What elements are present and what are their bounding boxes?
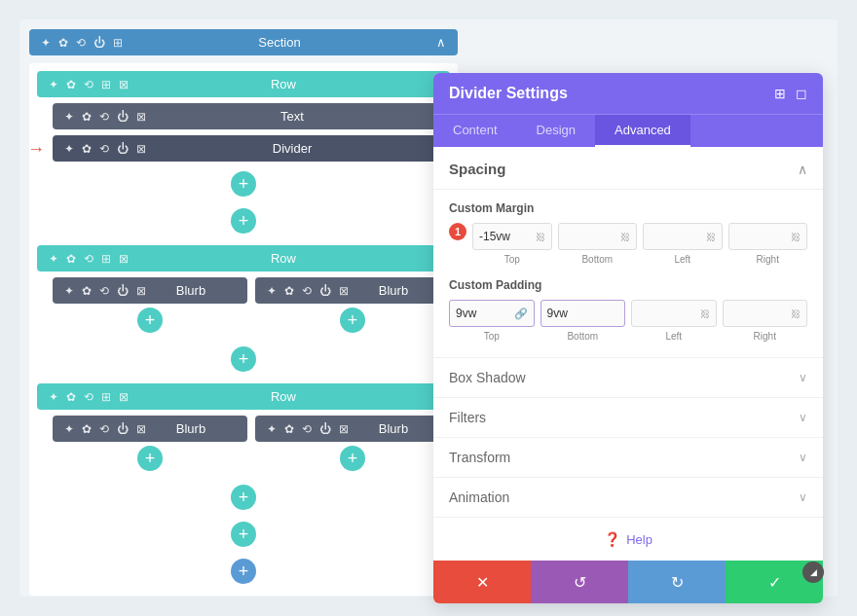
row3-plus-icon[interactable]: ✦: [49, 390, 58, 404]
row1-delete-icon[interactable]: ⊠: [119, 78, 129, 91]
blurb2-toggle-icon[interactable]: ⏻: [319, 284, 331, 298]
blurb1-copy-icon[interactable]: ⟲: [99, 284, 109, 298]
text-copy-icon[interactable]: ⟲: [99, 110, 109, 124]
blurb2-delete-icon[interactable]: ⊠: [339, 284, 349, 298]
divider-plus-icon[interactable]: ✦: [64, 142, 74, 156]
blurb1-plus-icon[interactable]: ✦: [64, 284, 74, 298]
tab-advanced[interactable]: Advanced: [595, 115, 690, 147]
blurb3-copy-icon[interactable]: ⟲: [99, 422, 109, 436]
blurb2-plus-icon[interactable]: ✦: [267, 284, 277, 298]
blurb3-delete-icon[interactable]: ⊠: [136, 422, 146, 436]
transform-section[interactable]: Transform ∨: [433, 437, 823, 477]
row-bar-2: ✦ ✿ ⟲ ⊞ ⊠ Row: [37, 245, 450, 272]
divider-copy-icon[interactable]: ⟲: [99, 142, 109, 156]
blurb3-toggle-icon[interactable]: ⏻: [117, 422, 129, 436]
add-row-btn-2[interactable]: +: [231, 346, 256, 372]
text-toggle-icon[interactable]: ⏻: [117, 110, 129, 124]
row1-plus-icon[interactable]: ✦: [49, 78, 58, 91]
spacing-header[interactable]: Spacing ∧: [433, 147, 823, 190]
tab-content[interactable]: Content: [433, 115, 517, 147]
row2-copy-icon[interactable]: ⟲: [84, 252, 93, 266]
row2-toggle-icon[interactable]: ⊞: [101, 252, 111, 266]
text-plus-icon[interactable]: ✦: [64, 110, 74, 124]
panel-window-icon[interactable]: ◻: [796, 86, 807, 101]
padding-bottom-label: Bottom: [567, 331, 598, 342]
add-blurb4-btn[interactable]: +: [340, 446, 365, 471]
add-blurb2-btn[interactable]: +: [340, 308, 365, 333]
section-title: Section: [123, 35, 436, 50]
blurb1-toggle-icon[interactable]: ⏻: [117, 284, 129, 298]
padding-right-cell: ⛓ Right: [723, 300, 808, 342]
row1-settings-icon[interactable]: ✿: [66, 78, 76, 91]
padding-bottom-value: 9vw: [547, 307, 568, 320]
padding-bottom-input[interactable]: 9vw: [540, 300, 626, 327]
panel-title: Divider Settings: [449, 85, 568, 102]
blurb4-copy-icon[interactable]: ⟲: [302, 422, 312, 436]
redo-button[interactable]: ↻: [628, 561, 726, 603]
row1-copy-icon[interactable]: ⟲: [84, 78, 93, 91]
text-delete-icon[interactable]: ⊠: [136, 110, 146, 124]
blurb4-settings-icon[interactable]: ✿: [284, 422, 294, 436]
blurb2-settings-icon[interactable]: ✿: [284, 284, 294, 298]
panel-grid-icon[interactable]: ⊞: [774, 86, 786, 101]
blurb4-plus-icon[interactable]: ✦: [267, 422, 277, 436]
margin-right-cell: ⛓ Right: [728, 223, 808, 265]
plus-icon[interactable]: ✦: [41, 36, 51, 50]
add-row-btn-3[interactable]: +: [231, 485, 256, 510]
animation-section[interactable]: Animation ∨: [433, 477, 823, 517]
box-shadow-section[interactable]: Box Shadow ∨: [433, 357, 823, 397]
row2-plus-icon[interactable]: ✦: [49, 252, 58, 266]
blurb4-toggle-icon[interactable]: ⏻: [319, 422, 331, 436]
add-row-btn-4[interactable]: +: [231, 522, 256, 547]
row3-copy-icon[interactable]: ⟲: [84, 390, 93, 404]
margin-top-input[interactable]: -15vw ⛓: [472, 223, 552, 250]
resize-handle[interactable]: ◢: [802, 562, 824, 583]
divider-delete-icon[interactable]: ⊠: [136, 142, 146, 156]
undo-button[interactable]: ↺: [531, 561, 628, 603]
margin-right-link-icon: ⛓: [791, 232, 801, 242]
row3-title: Row: [129, 389, 438, 404]
divider-module-bar[interactable]: ✦ ✿ ⟲ ⏻ ⊠ Divider: [53, 135, 450, 162]
add-row-btn-1[interactable]: +: [231, 208, 256, 234]
row2-delete-icon[interactable]: ⊠: [119, 252, 129, 266]
divider-toggle-icon[interactable]: ⏻: [117, 142, 129, 156]
padding-left-input[interactable]: ⛓: [631, 300, 717, 327]
delete-icon[interactable]: ⊞: [113, 36, 123, 50]
padding-top-label: Top: [484, 331, 500, 342]
blurb2-copy-icon[interactable]: ⟲: [302, 284, 312, 298]
add-blurb1-btn[interactable]: +: [137, 308, 163, 333]
add-module-btn-1[interactable]: +: [231, 171, 256, 197]
row2-icons: ✦ ✿ ⟲ ⊞ ⊠: [49, 252, 129, 266]
margin-bottom-input[interactable]: ⛓: [558, 223, 638, 250]
cancel-button[interactable]: ✕: [433, 561, 531, 603]
copy-icon[interactable]: ⟲: [76, 36, 86, 50]
row3-toggle-icon[interactable]: ⊞: [101, 390, 111, 404]
toggle-icon[interactable]: ⏻: [93, 36, 105, 50]
help-icon: ❓: [604, 531, 620, 547]
blurb3-plus-icon[interactable]: ✦: [64, 422, 74, 436]
blurb4-delete-icon[interactable]: ⊠: [339, 422, 349, 436]
margin-left-input[interactable]: ⛓: [643, 223, 723, 250]
settings-icon[interactable]: ✿: [58, 36, 68, 50]
filters-section[interactable]: Filters ∨: [433, 397, 823, 437]
row3-settings-icon[interactable]: ✿: [66, 390, 76, 404]
row3-delete-icon[interactable]: ⊠: [119, 390, 129, 404]
padding-top-input[interactable]: 9vw 🔗: [449, 300, 535, 327]
tab-design[interactable]: Design: [517, 115, 595, 147]
add-section-btn[interactable]: +: [231, 559, 256, 584]
text-settings-icon[interactable]: ✿: [82, 110, 92, 124]
section-chevron-icon[interactable]: ∧: [436, 35, 446, 50]
row1-toggle-icon[interactable]: ⊞: [101, 78, 111, 91]
row2-title: Row: [129, 251, 438, 266]
margin-right-input[interactable]: ⛓: [728, 223, 808, 250]
row2-settings-icon[interactable]: ✿: [66, 252, 76, 266]
divider-settings-icon[interactable]: ✿: [82, 142, 92, 156]
row1-title: Row: [129, 77, 438, 91]
help-text[interactable]: Help: [626, 532, 652, 547]
margin-top-cell: -15vw ⛓ Top: [472, 223, 552, 265]
blurb1-settings-icon[interactable]: ✿: [82, 284, 92, 298]
padding-right-input[interactable]: ⛓: [723, 300, 808, 327]
add-blurb3-btn[interactable]: +: [137, 446, 163, 471]
blurb1-delete-icon[interactable]: ⊠: [136, 284, 146, 298]
blurb3-settings-icon[interactable]: ✿: [82, 422, 92, 436]
